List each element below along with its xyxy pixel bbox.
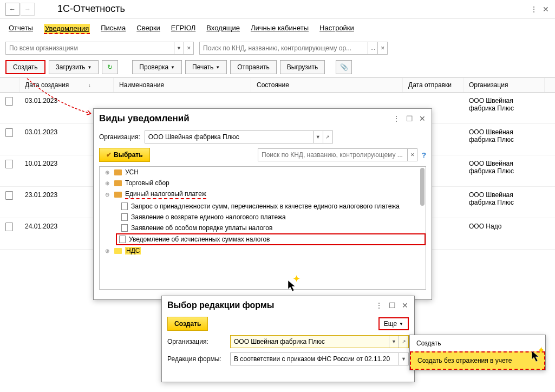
clear-icon[interactable]: ✕ [184,42,193,54]
tab-letters[interactable]: Письма [101,24,126,34]
folder-icon [114,192,122,198]
nav-back-button[interactable]: ← [5,3,19,16]
folder-icon [114,169,122,175]
scrollbar-thumb[interactable] [420,168,425,206]
chevron-down-icon[interactable]: ▼ [174,42,184,54]
org-filter-combo[interactable]: ▼ ✕ [5,42,194,55]
folder-icon [114,180,122,186]
window-title: 1С-Отчетность [57,3,125,15]
org-value-input[interactable] [145,131,313,143]
redaction-label: Редакция формы: [167,355,227,363]
document-icon [121,224,128,232]
notification-types-window: Виды уведомлений ⋮ ☐ ✕ Организация: ▼ ↗ … [93,108,432,300]
tree-node-sbor[interactable]: Торговый сбор [125,179,169,187]
chevron-down-icon[interactable]: ▼ [399,353,408,365]
clear-search-icon[interactable]: ✕ [377,42,387,54]
org-filter-input[interactable] [6,42,174,54]
check-button[interactable]: Проверка▼ [132,60,182,74]
th-state[interactable]: Состояние [251,78,403,92]
refresh-button[interactable]: ↻ [102,60,118,74]
tab-egrul[interactable]: ЕГРЮЛ [171,24,195,34]
print-button[interactable]: Печать▼ [185,60,227,74]
maximize-icon[interactable]: ☐ [388,302,396,309]
org-select-2[interactable]: ▼ ↗ [230,335,409,348]
org-label-2: Организация: [167,338,227,345]
document-icon [5,128,13,137]
create-button-2[interactable]: Создать [167,317,208,331]
more-dropdown-menu: Создать Создать без отражения в учете [409,335,546,370]
help-icon[interactable]: ? [422,151,426,159]
chevron-down-icon[interactable]: ▼ [313,131,323,143]
select-button[interactable]: ✔ Выбрать [99,148,150,162]
document-icon [121,202,128,210]
tab-cabinets[interactable]: Личные кабинеты [251,24,309,34]
subwin1-title: Виды уведомлений [99,113,190,124]
tab-reconcile[interactable]: Сверки [136,24,160,34]
subwin2-title: Выбор редакции формы [167,300,274,310]
collapse-icon[interactable]: ⊖ [103,192,111,198]
org-value-input-2[interactable] [231,336,389,348]
tree-doc-return[interactable]: Заявление о возврате единого налогового … [131,213,286,221]
tree-node-nds[interactable]: НДС [125,247,141,254]
org-label: Организация: [99,133,140,141]
close-icon[interactable]: ✕ [401,302,409,309]
form-edition-window: Выбор редакции формы ⋮ ☐ ✕ Создать Еще▼ … [161,296,415,382]
th-date[interactable]: Дата создания↓ [19,78,114,92]
kebab-icon[interactable]: ⋮ [393,115,400,122]
redaction-value-input[interactable] [231,353,399,365]
document-icon [5,97,13,106]
nav-forward-button: → [21,3,35,16]
document-icon [121,213,128,221]
expand-icon[interactable]: ⊕ [103,180,111,186]
expand-icon[interactable]: ⊕ [103,169,111,175]
kebab-icon[interactable]: ⋮ [530,5,538,13]
th-sent[interactable]: Дата отправки [403,78,463,92]
tab-settings[interactable]: Настройки [319,24,354,34]
load-button[interactable]: Загрузить▼ [49,60,99,74]
create-button[interactable]: Создать [5,60,45,74]
maximize-icon[interactable]: ☐ [406,115,413,122]
redaction-select[interactable]: ▼ [230,352,409,365]
send-button[interactable]: Отправить [230,60,277,74]
tree-search[interactable]: ✕ [258,148,417,161]
th-name[interactable]: Наименование [114,78,251,92]
tab-notifications[interactable]: Уведомления [44,24,90,34]
th-icon [0,78,19,92]
attach-button[interactable]: 📎 [336,60,352,74]
tab-incoming[interactable]: Входящие [206,24,240,34]
document-icon [5,191,13,200]
open-icon[interactable]: ↗ [323,131,332,143]
tree-node-usn[interactable]: УСН [125,168,139,176]
tree-doc-calc-notification[interactable]: Уведомление об исчисленных суммах налого… [129,236,270,243]
kebab-icon[interactable]: ⋮ [375,302,383,309]
tree-doc-request[interactable]: Запрос о принадлежности сумм, перечислен… [131,202,400,210]
expand-icon[interactable]: ⊕ [103,248,111,254]
tree-node-enp[interactable]: Единый налоговый платеж [125,190,206,199]
notification-tree[interactable]: ⊕УСН ⊕Торговый сбор ⊖Единый налоговый пл… [99,166,426,290]
document-icon [5,223,13,231]
th-org[interactable]: Организация [463,78,545,92]
more-button[interactable]: Еще▼ [378,317,409,330]
close-icon[interactable]: ✕ [542,5,550,13]
document-icon [119,236,126,243]
menu-item-create-without-accounting[interactable]: Создать без отражения в учете [410,351,545,370]
document-icon [5,160,13,168]
org-select[interactable]: ▼ ↗ [145,130,333,143]
tree-search-input[interactable] [258,149,407,161]
search-input[interactable] [200,42,368,54]
close-icon[interactable]: ✕ [419,115,426,122]
ellipsis-icon[interactable]: … [368,42,377,54]
search-combo[interactable]: … ✕ [199,42,388,55]
menu-item-create[interactable]: Создать [410,335,545,351]
folder-icon [114,248,122,254]
chevron-down-icon[interactable]: ▼ [389,336,399,348]
open-icon[interactable]: ↗ [399,336,408,348]
tree-doc-special[interactable]: Заявление об особом порядке уплаты налог… [131,224,272,232]
export-button[interactable]: Выгрузить [280,60,325,74]
tab-reports[interactable]: Отчеты [9,24,33,34]
clear-icon[interactable]: ✕ [407,149,417,161]
